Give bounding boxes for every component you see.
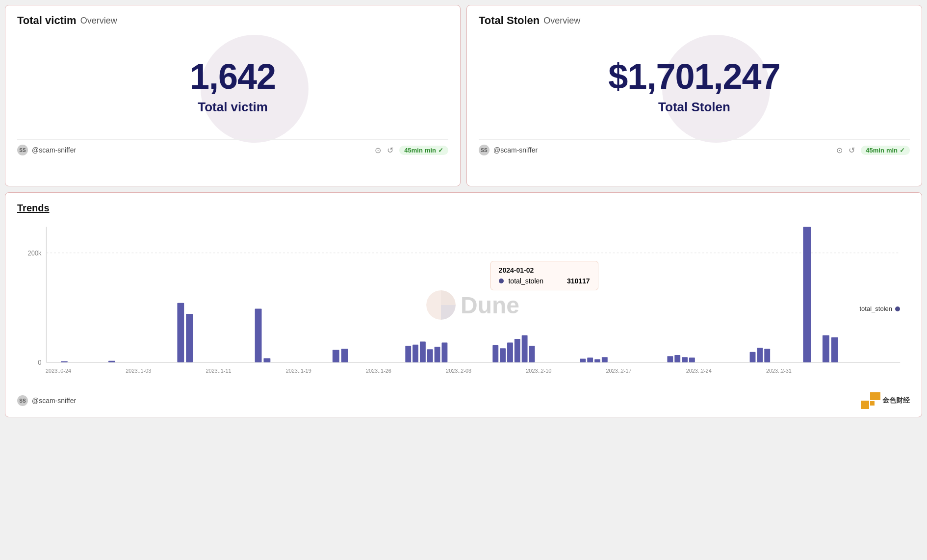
svg-text:2023..2-17: 2023..2-17	[606, 368, 632, 374]
card1-value: 1,642	[17, 56, 448, 97]
svg-rect-14	[412, 345, 418, 362]
trends-title: Trends	[17, 203, 910, 214]
trends-card: Trends 200k 0	[5, 192, 922, 417]
card2-title: Total Stolen	[479, 14, 540, 27]
chart-legend: total_stolen	[860, 305, 901, 312]
card1-footer-right: ⊙ ↺ 45minmin ✓	[375, 146, 448, 155]
svg-rect-24	[529, 346, 535, 362]
svg-text:2023..0-24: 2023..0-24	[46, 368, 71, 374]
trends-author: @scam-sniffer	[32, 397, 76, 405]
svg-rect-50	[861, 401, 869, 409]
svg-text:2023..2-10: 2023..2-10	[526, 368, 551, 374]
card1-footer: SS @scam-sniffer ⊙ ↺ 45minmin ✓	[17, 139, 448, 155]
card2-footer-right: ⊙ ↺ 45minmin ✓	[836, 146, 910, 155]
card1-title: Total victim	[17, 14, 77, 27]
svg-rect-25	[580, 358, 586, 362]
chart-tooltip: 2024-01-02 total_stolen 310117	[490, 261, 598, 290]
svg-rect-18	[441, 343, 447, 362]
svg-rect-22	[515, 339, 520, 362]
jse-watermark: 金色财经	[861, 392, 910, 409]
svg-text:2023..2-31: 2023..2-31	[766, 368, 792, 374]
total-victim-card: Total victim Overview 1,642 Total victim…	[5, 5, 461, 186]
svg-rect-27	[594, 359, 600, 362]
svg-text:2023..1-19: 2023..1-19	[286, 368, 311, 374]
jse-logo-icon	[861, 392, 880, 409]
svg-text:2023..2-03: 2023..2-03	[446, 368, 471, 374]
svg-rect-7	[177, 303, 184, 362]
svg-rect-9	[255, 308, 262, 362]
legend-dot	[895, 306, 900, 311]
legend-label-text: total_stolen	[860, 305, 893, 312]
svg-rect-11	[333, 350, 339, 362]
svg-text:2023..1-03: 2023..1-03	[126, 368, 151, 374]
svg-rect-29	[667, 356, 673, 362]
refresh-icon[interactable]: ↺	[387, 146, 393, 155]
svg-rect-31	[682, 357, 688, 362]
svg-rect-36	[803, 227, 811, 362]
svg-rect-16	[427, 349, 433, 362]
svg-rect-5	[61, 361, 68, 362]
svg-rect-37	[823, 335, 829, 362]
svg-rect-10	[263, 358, 270, 362]
check-icon: ✓	[438, 147, 443, 154]
svg-rect-32	[689, 357, 695, 362]
tooltip-series: total_stolen	[508, 277, 543, 285]
camera-icon-2[interactable]: ⊙	[836, 146, 843, 155]
svg-text:0: 0	[38, 359, 41, 367]
svg-text:2023..1-11: 2023..1-11	[206, 368, 231, 374]
svg-rect-35	[764, 349, 770, 362]
card2-value: $1,701,247	[479, 56, 910, 97]
svg-rect-34	[757, 348, 763, 362]
svg-rect-15	[420, 341, 426, 362]
svg-rect-6	[108, 361, 115, 362]
svg-rect-23	[522, 335, 528, 362]
svg-rect-21	[507, 343, 513, 362]
svg-rect-52	[870, 401, 875, 406]
tooltip-row: total_stolen 310117	[499, 277, 590, 285]
tooltip-series-area: total_stolen	[499, 277, 544, 285]
svg-rect-8	[186, 314, 193, 362]
svg-rect-28	[602, 357, 608, 362]
svg-rect-20	[500, 348, 506, 362]
refresh-icon-2[interactable]: ↺	[849, 146, 855, 155]
camera-icon[interactable]: ⊙	[375, 146, 381, 155]
trends-avatar: SS	[17, 395, 28, 406]
svg-text:2023..2-24: 2023..2-24	[686, 368, 712, 374]
total-stolen-card: Total Stolen Overview $1,701,247 Total S…	[466, 5, 922, 186]
card2-author-area: SS @scam-sniffer	[479, 145, 538, 155]
tooltip-dot	[499, 279, 504, 283]
chart-area: 200k 0	[17, 222, 910, 388]
svg-rect-33	[750, 352, 756, 362]
svg-rect-13	[405, 346, 411, 362]
card1-author: @scam-sniffer	[32, 146, 76, 154]
card1-time-badge: 45minmin ✓	[399, 146, 448, 155]
jse-text: 金色财经	[882, 396, 910, 405]
tooltip-date: 2024-01-02	[499, 266, 590, 274]
svg-rect-17	[435, 347, 440, 362]
card1-subtitle: Overview	[80, 16, 117, 26]
card1-author-area: SS @scam-sniffer	[17, 145, 76, 155]
card2-label: Total Stolen	[479, 100, 910, 115]
trends-footer: SS @scam-sniffer 金色财经	[17, 392, 910, 409]
svg-rect-30	[674, 355, 680, 362]
card2-time-badge: 45minmin ✓	[861, 146, 910, 155]
card1-header: Total victim Overview	[17, 14, 448, 27]
card1-label: Total victim	[17, 100, 448, 115]
card2-author: @scam-sniffer	[493, 146, 538, 154]
card2-subtitle: Overview	[543, 16, 580, 26]
svg-rect-12	[341, 349, 348, 362]
svg-text:2023..1-26: 2023..1-26	[366, 368, 391, 374]
chart-svg: 200k 0	[17, 222, 910, 388]
card2-header: Total Stolen Overview	[479, 14, 910, 27]
card2-footer: SS @scam-sniffer ⊙ ↺ 45minmin ✓	[479, 139, 910, 155]
trends-author-area: SS @scam-sniffer	[17, 395, 76, 406]
svg-text:200k: 200k	[28, 250, 42, 257]
svg-rect-38	[831, 337, 838, 362]
card2-time: 45min	[866, 147, 884, 154]
svg-rect-51	[870, 392, 880, 400]
card1-time: 45min	[404, 147, 423, 154]
svg-rect-19	[492, 345, 498, 362]
card2-avatar: SS	[479, 145, 489, 155]
check-icon-2: ✓	[900, 147, 905, 154]
tooltip-value: 310117	[567, 277, 590, 285]
